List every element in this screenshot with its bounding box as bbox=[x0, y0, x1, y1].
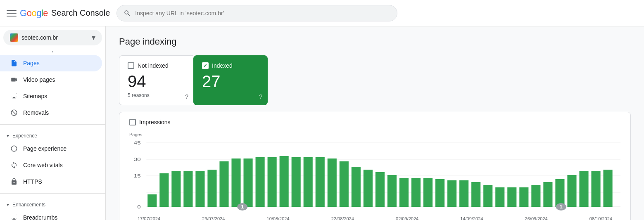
indexed-checkbox[interactable]: ✓ bbox=[202, 62, 209, 69]
breadcrumbs-icon bbox=[10, 213, 18, 220]
hamburger-menu[interactable] bbox=[7, 8, 17, 18]
sidebar-item-sitemaps-label: Sitemaps bbox=[23, 93, 47, 99]
property-name: seotec.com.br bbox=[21, 34, 88, 41]
sidebar-item-core-web-vitals-label: Core web vitals bbox=[23, 162, 63, 168]
svg-rect-40 bbox=[507, 187, 516, 207]
indexed-count: 27 bbox=[202, 72, 259, 91]
not-indexed-card[interactable]: Not indexed 94 5 reasons ? bbox=[119, 55, 193, 105]
main-layout: seotec.com.br ▾ • Pages Video pages Site… bbox=[0, 26, 644, 220]
x-label-4: 22/08/2024 bbox=[331, 216, 354, 220]
svg-rect-43 bbox=[543, 182, 552, 207]
x-label-1: 17/07/2024 bbox=[138, 216, 160, 220]
svg-rect-38 bbox=[483, 185, 492, 207]
svg-rect-26 bbox=[340, 161, 349, 207]
svg-rect-42 bbox=[531, 185, 540, 207]
not-indexed-checkbox[interactable] bbox=[128, 62, 134, 69]
svg-text:30: 30 bbox=[134, 157, 141, 162]
property-selector[interactable]: seotec.com.br ▾ bbox=[3, 30, 102, 45]
svg-rect-29 bbox=[375, 172, 385, 207]
x-axis: 17/07/2024 29/07/2024 10/08/2024 22/08/2… bbox=[129, 216, 620, 220]
svg-rect-27 bbox=[352, 167, 361, 207]
experience-label: Experience bbox=[12, 133, 37, 139]
svg-rect-11 bbox=[159, 173, 169, 207]
sidebar-item-pages[interactable]: Pages bbox=[0, 55, 102, 71]
svg-text:1: 1 bbox=[241, 205, 244, 210]
svg-rect-48 bbox=[604, 170, 613, 207]
pages-icon bbox=[10, 59, 18, 67]
not-indexed-subtitle: 5 reasons bbox=[128, 92, 185, 98]
svg-point-0 bbox=[11, 146, 17, 151]
sidebar-item-video-pages[interactable]: Video pages bbox=[0, 71, 102, 88]
svg-rect-28 bbox=[364, 170, 373, 207]
enhancements-label: Enhancements bbox=[12, 202, 45, 208]
url-inspection-bar[interactable] bbox=[116, 5, 397, 21]
svg-text:0: 0 bbox=[137, 204, 140, 209]
svg-rect-37 bbox=[471, 182, 480, 207]
svg-rect-21 bbox=[280, 156, 289, 207]
sidebar-item-breadcrumbs[interactable]: Breadcrumbs bbox=[0, 209, 102, 220]
chart-area: Impressions Pages 45 30 15 bbox=[119, 112, 631, 220]
sidebar-item-page-experience-label: Page experience bbox=[23, 145, 67, 152]
not-indexed-header: Not indexed bbox=[128, 62, 185, 69]
svg-rect-23 bbox=[304, 157, 313, 207]
not-indexed-count: 94 bbox=[128, 72, 185, 91]
checkmark-icon: ✓ bbox=[203, 63, 207, 69]
x-label-7: 26/09/2024 bbox=[525, 216, 548, 220]
y-axis-label: Pages bbox=[129, 132, 620, 137]
sidebar-item-removals-label: Removals bbox=[23, 109, 49, 116]
sidebar-item-video-pages-label: Video pages bbox=[23, 76, 55, 83]
sidebar-item-sitemaps[interactable]: Sitemaps bbox=[0, 88, 102, 104]
svg-rect-25 bbox=[328, 158, 337, 207]
divider bbox=[0, 124, 105, 125]
x-label-5: 02/09/2024 bbox=[396, 216, 418, 220]
search-input[interactable] bbox=[135, 10, 390, 17]
divider-2 bbox=[0, 193, 105, 194]
core-web-vitals-icon bbox=[10, 161, 18, 169]
svg-rect-16 bbox=[219, 161, 228, 207]
enhancements-section[interactable]: ▾ Enhancements bbox=[0, 197, 105, 209]
sitemaps-icon bbox=[10, 92, 18, 100]
impressions-header: Impressions bbox=[129, 119, 620, 125]
x-label-2: 29/07/2024 bbox=[202, 216, 225, 220]
indexed-header: ✓ Indexed bbox=[202, 62, 259, 69]
sidebar-item-https-label: HTTPS bbox=[23, 178, 42, 185]
sidebar-item-page-experience[interactable]: Page experience bbox=[0, 140, 102, 157]
sidebar-item-core-web-vitals[interactable]: Core web vitals bbox=[0, 157, 102, 173]
svg-rect-33 bbox=[423, 178, 433, 207]
svg-rect-44 bbox=[555, 179, 564, 207]
x-label-8: 08/10/2024 bbox=[589, 216, 612, 220]
topbar: Google Search Console bbox=[0, 0, 644, 26]
chart-wrapper: 45 30 15 0 bbox=[129, 139, 620, 213]
page-experience-icon bbox=[10, 144, 18, 153]
svg-rect-45 bbox=[567, 175, 576, 207]
svg-text:15: 15 bbox=[134, 173, 141, 178]
sidebar-item-breadcrumbs-label: Breadcrumbs bbox=[23, 214, 57, 220]
app-logo: Google Search Console bbox=[7, 8, 110, 19]
index-cards: Not indexed 94 5 reasons ? ✓ Indexed 27 … bbox=[119, 55, 631, 105]
svg-rect-34 bbox=[435, 179, 444, 207]
not-indexed-label: Not indexed bbox=[138, 62, 169, 69]
indexed-label: Indexed bbox=[212, 62, 233, 69]
experience-section[interactable]: ▾ Experience bbox=[0, 128, 105, 140]
impressions-label: Impressions bbox=[139, 119, 170, 125]
app-title: Search Console bbox=[51, 8, 110, 18]
svg-text:1: 1 bbox=[559, 205, 563, 210]
x-label-3: 10/08/2024 bbox=[267, 216, 290, 220]
scroll-indicator: • bbox=[0, 49, 105, 55]
help-icon-indexed[interactable]: ? bbox=[259, 93, 262, 100]
impressions-checkbox[interactable] bbox=[129, 119, 136, 125]
svg-rect-35 bbox=[447, 180, 456, 207]
svg-rect-41 bbox=[519, 187, 528, 207]
svg-rect-32 bbox=[411, 178, 421, 207]
chevron-down-icon-2: ▾ bbox=[7, 202, 9, 208]
help-icon[interactable]: ? bbox=[185, 93, 188, 100]
svg-rect-47 bbox=[591, 171, 600, 207]
removals-icon bbox=[10, 109, 18, 117]
property-icon bbox=[10, 33, 18, 42]
sidebar-item-https[interactable]: HTTPS bbox=[0, 173, 102, 190]
svg-text:45: 45 bbox=[134, 140, 141, 145]
indexed-card[interactable]: ✓ Indexed 27 ? bbox=[193, 55, 268, 105]
svg-rect-17 bbox=[231, 158, 240, 207]
svg-rect-46 bbox=[579, 171, 588, 207]
sidebar-item-removals[interactable]: Removals bbox=[0, 104, 102, 121]
